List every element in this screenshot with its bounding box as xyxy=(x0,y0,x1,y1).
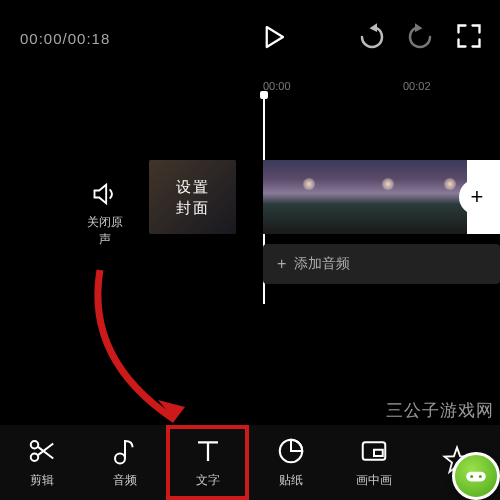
svg-point-7 xyxy=(470,475,473,478)
tool-label: 画中画 xyxy=(356,472,392,489)
time-counter: 00:00/00:18 xyxy=(20,30,110,47)
fullscreen-button[interactable] xyxy=(455,22,483,50)
mute-original-sound[interactable]: 关闭原声 xyxy=(85,180,125,248)
tool-label: 音频 xyxy=(113,472,137,489)
music-note-icon xyxy=(110,436,140,466)
plus-icon: + xyxy=(277,255,286,273)
tool-cut[interactable]: 剪辑 xyxy=(0,425,83,500)
watermark-text: 三公子游戏网 xyxy=(386,399,494,422)
add-audio-track[interactable]: + 添加音频 xyxy=(263,244,500,284)
tool-audio[interactable]: 音频 xyxy=(83,425,166,500)
tool-label: 剪辑 xyxy=(30,472,54,489)
clip-thumbnail[interactable] xyxy=(263,160,342,234)
scissors-icon xyxy=(27,436,57,466)
undo-icon xyxy=(357,22,387,52)
tool-text[interactable]: 文字 xyxy=(166,425,249,500)
ruler-tick: 00:00 xyxy=(263,80,291,92)
speaker-icon xyxy=(91,180,119,208)
set-cover-thumb[interactable]: 设置 封面 xyxy=(149,160,236,234)
tool-label: 贴纸 xyxy=(279,472,303,489)
add-audio-label: 添加音频 xyxy=(294,255,350,273)
ruler-tick: 00:02 xyxy=(403,80,431,92)
clip-thumbnail[interactable] xyxy=(342,160,421,234)
top-bar: 00:00/00:18 xyxy=(0,0,500,72)
gamepad-icon xyxy=(463,463,489,489)
text-icon xyxy=(193,436,223,466)
video-editor-app: 00:00/00:18 00:00 00:02 xyxy=(0,0,500,500)
play-button[interactable] xyxy=(258,22,288,52)
tool-label: 文字 xyxy=(196,472,220,489)
fullscreen-icon xyxy=(455,22,483,50)
svg-point-2 xyxy=(115,454,125,464)
add-clip-button[interactable]: + xyxy=(459,179,495,215)
svg-rect-6 xyxy=(466,472,486,482)
app-badge[interactable] xyxy=(452,452,500,500)
plus-icon: + xyxy=(471,184,484,210)
cover-label: 设置 封面 xyxy=(176,176,210,218)
timeline-ruler[interactable]: 00:00 00:02 xyxy=(0,80,500,100)
bottom-toolbar: 剪辑 音频 文字 贴纸 画中画 xyxy=(0,425,500,500)
svg-rect-5 xyxy=(374,450,383,456)
undo-button[interactable] xyxy=(357,22,387,52)
redo-button[interactable] xyxy=(405,22,435,52)
svg-point-8 xyxy=(479,475,482,478)
play-icon xyxy=(258,22,288,52)
mute-label: 关闭原声 xyxy=(85,214,125,248)
tool-sticker[interactable]: 贴纸 xyxy=(249,425,332,500)
annotation-arrow xyxy=(80,260,210,440)
redo-icon xyxy=(405,22,435,52)
tool-pip[interactable]: 画中画 xyxy=(332,425,415,500)
picture-in-picture-icon xyxy=(359,436,389,466)
sticker-icon xyxy=(276,436,306,466)
